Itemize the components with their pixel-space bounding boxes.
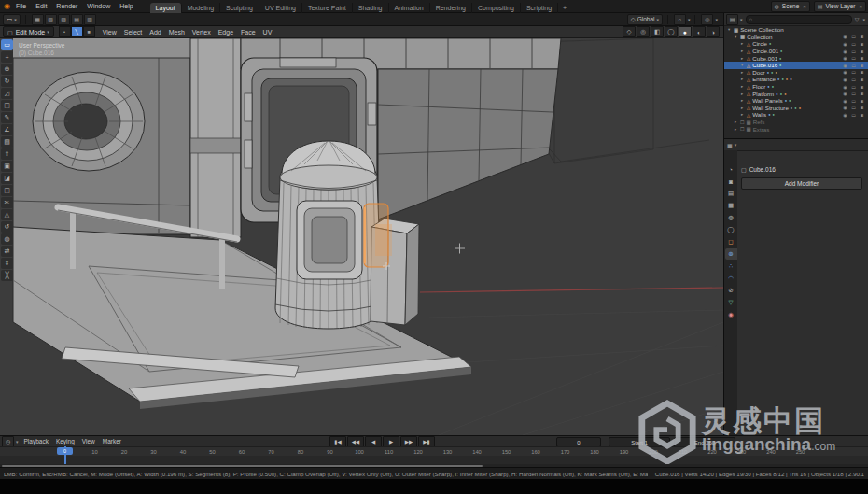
properties-tab-tool[interactable]: ◔: [725, 163, 737, 175]
tool-transform[interactable]: ◰: [1, 100, 13, 111]
tool-smooth[interactable]: ◍: [1, 233, 13, 245]
hide-icon[interactable]: ◉: [841, 98, 849, 104]
tool-inset-faces[interactable]: ▣: [1, 161, 13, 172]
tool-cursor[interactable]: +: [1, 51, 13, 63]
tool-loop-cut[interactable]: ◫: [1, 185, 13, 196]
blender-logo-icon[interactable]: ◉: [4, 2, 10, 10]
viewport-menu-uv[interactable]: UV: [263, 29, 273, 35]
viewport-disable-icon[interactable]: ▭: [849, 41, 858, 47]
properties-tab-object[interactable]: ◻: [725, 236, 737, 247]
viewport[interactable]: ▭+⊕↻◿◰✎∠▧⇧▣◪◫✂△↺◍⇄⇕╳ User Perspective (0…: [0, 38, 723, 435]
tab-layout[interactable]: Layout: [150, 3, 182, 13]
hide-icon[interactable]: ◉: [841, 69, 849, 75]
tab-compositing[interactable]: Compositing: [472, 3, 521, 13]
render-disable-icon[interactable]: ◙: [858, 41, 866, 47]
tool-shrink-fatten[interactable]: ⇕: [1, 258, 13, 269]
tool-bevel[interactable]: ◪: [1, 173, 13, 184]
outliner-item-platform[interactable]: ▸△Platform●●●◉▭◙: [724, 90, 868, 97]
add-workspace-button[interactable]: +: [558, 3, 571, 13]
menu-window[interactable]: Window: [87, 3, 110, 9]
outliner-item-scene-collection[interactable]: ▾▦Scene Collection: [724, 26, 868, 34]
render-disable-icon[interactable]: ◙: [858, 84, 866, 90]
tool-move[interactable]: ⊕: [1, 64, 13, 75]
tab-scripting[interactable]: Scripting: [521, 3, 558, 13]
unlink-scene-icon[interactable]: ×: [803, 4, 806, 9]
tool-rotate[interactable]: ↻: [1, 76, 13, 87]
outliner-item-wall-panels[interactable]: ▸△Wall Panels●●◉▭◙: [724, 97, 868, 105]
tool-spin[interactable]: ↺: [1, 221, 13, 233]
properties-tab-output[interactable]: ▤: [725, 188, 737, 199]
tool-poly-build[interactable]: △: [1, 209, 13, 220]
exclude-checkbox[interactable]: ☐: [740, 126, 744, 132]
properties-tab-render[interactable]: ◙: [725, 176, 737, 187]
viewport-disable-icon[interactable]: ▭: [849, 63, 858, 68]
outliner-search-input[interactable]: ○: [746, 15, 852, 24]
render-disable-icon[interactable]: ◙: [858, 105, 866, 110]
viewport-disable-icon[interactable]: ▭: [849, 34, 858, 39]
outliner-item-extras[interactable]: ▸☐▦Extras: [724, 125, 868, 133]
tool-extrude-region[interactable]: ⇧: [1, 148, 13, 160]
render-disable-icon[interactable]: ◙: [858, 34, 866, 39]
tool-add-cube[interactable]: ▧: [1, 136, 13, 148]
show-gizmos-icon[interactable]: ◇: [623, 26, 636, 37]
tool-edge-slide[interactable]: ⇄: [1, 246, 13, 257]
properties-tab-physics[interactable]: ◠: [725, 273, 737, 284]
viewport-canvas[interactable]: [0, 38, 723, 435]
outliner-item-cube-001[interactable]: ▸△Cube.001●◉▭◙: [724, 54, 868, 62]
snap-toggle-icon[interactable]: ∩: [674, 14, 686, 25]
editor-type-icon[interactable]: ▤: [726, 14, 738, 25]
shading-material-icon[interactable]: ◐: [693, 26, 706, 37]
outliner-item-door[interactable]: ▸△Door●●●◉▭◙: [724, 69, 868, 77]
tool-select-box[interactable]: ▭: [1, 39, 13, 50]
properties-tab-particles[interactable]: ∴: [725, 261, 737, 272]
tool-scale[interactable]: ◿: [1, 88, 13, 99]
render-disable-icon[interactable]: ◙: [858, 69, 866, 75]
select-mode-vertex[interactable]: ▪: [59, 26, 71, 37]
properties-tab-constraints[interactable]: ⊘: [725, 285, 737, 296]
hide-icon[interactable]: ◉: [841, 105, 849, 110]
viewport-disable-icon[interactable]: ▭: [849, 91, 858, 96]
outliner-item-walls[interactable]: ▸△Walls●●◉▭◙: [724, 111, 868, 119]
viewport-menu-add[interactable]: Add: [149, 29, 161, 35]
toolrow-icon-2[interactable]: ▧: [45, 14, 57, 25]
outliner-item-circle[interactable]: ▸△Circle●◉▭◙: [724, 40, 868, 48]
scene-selector[interactable]: ◍ Scene ×: [771, 1, 810, 12]
menu-render[interactable]: Render: [56, 3, 77, 9]
tab-sculpting[interactable]: Sculpting: [220, 3, 259, 13]
viewport-disable-icon[interactable]: ▭: [849, 84, 858, 90]
render-disable-icon[interactable]: ◙: [858, 77, 866, 82]
hide-icon[interactable]: ◉: [841, 34, 849, 39]
timeline-menu-keying[interactable]: Keying: [56, 438, 75, 445]
outliner-item-floor[interactable]: ▸△Floor●●◉▭◙: [724, 83, 868, 91]
show-overlays-icon[interactable]: ◎: [637, 26, 650, 37]
render-disable-icon[interactable]: ◙: [858, 91, 866, 96]
render-disable-icon[interactable]: ◙: [858, 63, 866, 68]
properties-tab-object-data[interactable]: ▽: [725, 297, 737, 308]
toggle-xray-icon[interactable]: ◧: [651, 26, 664, 37]
shading-rendered-icon[interactable]: ◑: [707, 26, 720, 37]
mode-dropdown[interactable]: ▢ Edit Mode ▾: [3, 26, 54, 37]
hide-icon[interactable]: ◉: [841, 55, 849, 61]
viewport-disable-icon[interactable]: ▭: [849, 69, 858, 75]
tab-animation[interactable]: Animation: [389, 3, 430, 13]
render-disable-icon[interactable]: ◙: [858, 49, 866, 54]
hide-icon[interactable]: ◉: [841, 63, 849, 68]
filter-icon[interactable]: ▽: [855, 16, 860, 22]
render-disable-icon[interactable]: ◙: [858, 55, 866, 61]
toolrow-icon-1[interactable]: ▦: [32, 14, 44, 25]
viewport-disable-icon[interactable]: ▭: [849, 49, 858, 54]
menu-help[interactable]: Help: [119, 3, 133, 9]
viewport-disable-icon[interactable]: ▭: [849, 77, 858, 82]
toolrow-icon-3[interactable]: ▨: [58, 14, 70, 25]
viewport-disable-icon[interactable]: ▭: [849, 55, 858, 61]
outliner-item-entrance[interactable]: ▸△Entrance●●●●◉▭◙: [724, 76, 868, 83]
outliner-item-collection[interactable]: ▾▦Collection◉▭◙: [724, 34, 868, 41]
properties-tab-world[interactable]: ◯: [725, 224, 737, 235]
shading-solid-icon[interactable]: ●: [679, 26, 692, 37]
view-layer-selector[interactable]: ▤ View Layer ×: [814, 1, 866, 12]
outliner-item-refs[interactable]: ▸☐▦Refs: [724, 119, 868, 126]
viewport-menu-select[interactable]: Select: [124, 29, 142, 35]
select-mode-face[interactable]: ■: [83, 26, 95, 37]
viewport-menu-vertex[interactable]: Vertex: [192, 29, 211, 35]
viewport-menu-face[interactable]: Face: [241, 29, 256, 35]
